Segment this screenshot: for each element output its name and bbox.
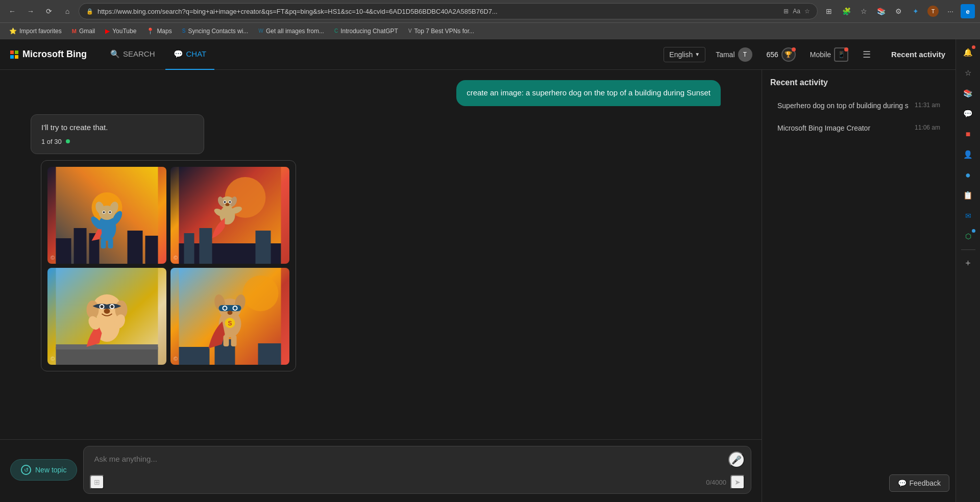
activity-item-2[interactable]: Microsoft Bing Image Creator 11:06 am: [770, 118, 947, 138]
activity-item-2-title: Microsoft Bing Image Creator: [777, 124, 870, 132]
new-topic-button[interactable]: ↺ New topic: [10, 459, 77, 481]
svg-rect-23: [200, 228, 212, 264]
language-selector[interactable]: English ▼: [664, 47, 705, 62]
edge-green-button[interactable]: ⬡: [959, 227, 977, 245]
app-layout: Microsoft Bing 🔍 SEARCH 💬 CHAT English ▼: [0, 39, 980, 502]
points-icon: 🏆: [781, 47, 796, 62]
search-icon: 🔍: [110, 49, 120, 59]
image-upload-button[interactable]: ⊞: [90, 475, 104, 489]
youtube-icon: ▶: [105, 28, 110, 35]
circle-blue-icon: ●: [965, 170, 971, 181]
generated-image-1[interactable]: ©: [47, 167, 166, 264]
microphone-button[interactable]: 🎤: [728, 451, 745, 468]
edge-favorites-button[interactable]: ☆: [959, 64, 977, 82]
bookmark-syncing-contacts[interactable]: S Syncing Contacts wi...: [178, 26, 253, 36]
browser-settings-button[interactable]: ⚙: [891, 4, 905, 18]
address-bar[interactable]: 🔒 https://www.bing.com/search?q=bing+ai+…: [79, 3, 818, 19]
syncing-icon: S: [182, 28, 186, 34]
edge-circle-blue-button[interactable]: ●: [959, 166, 977, 184]
favorites-button[interactable]: ☆: [856, 4, 871, 18]
recent-activity-title: Recent activity: [891, 50, 945, 59]
svg-rect-22: [184, 233, 194, 264]
edge-apps-red-button[interactable]: ■: [959, 125, 977, 143]
svg-text:S: S: [228, 320, 232, 327]
back-button[interactable]: ←: [5, 4, 19, 18]
outlook-icon: ✉: [965, 212, 971, 220]
profile-picture-button[interactable]: T: [926, 4, 940, 18]
generated-image-4[interactable]: S ©: [170, 268, 289, 365]
generated-image-3[interactable]: ©: [47, 268, 166, 365]
refresh-button[interactable]: ⟳: [42, 4, 56, 18]
tab-chat[interactable]: 💬 CHAT: [165, 39, 215, 70]
user-message-text: create an image: a superhero dog on the …: [467, 88, 710, 97]
bookmark-gmail[interactable]: M Gmail: [68, 26, 100, 36]
content-wrapper: create an image: a superhero dog on the …: [0, 70, 955, 502]
points-notification-dot: [792, 47, 796, 52]
wordpress-icon: W: [258, 28, 263, 34]
collections-button[interactable]: 📚: [874, 4, 888, 18]
char-count: 0/4000: [706, 479, 726, 486]
mobile-notification-dot: [844, 47, 848, 52]
activity-item-1[interactable]: Superhero dog on top of building during …: [770, 95, 947, 116]
svg-rect-13: [101, 238, 106, 248]
image-counter: 1 of 30: [41, 138, 62, 145]
send-button[interactable]: ➤: [730, 475, 745, 489]
header-actions: English ▼ Tamal T 656 🏆 Mobile: [664, 45, 945, 64]
edge-icon-button[interactable]: e: [961, 4, 975, 18]
activity-item-1-row: Superhero dog on top of building during …: [777, 102, 940, 110]
collections-icon: 📚: [963, 89, 973, 98]
edge-notifications-button[interactable]: 🔔: [959, 43, 977, 62]
edge-copilot-button[interactable]: ✦: [909, 4, 923, 18]
bot-message-card: I'll try to create that. 1 of 30: [31, 114, 204, 154]
notifications-badge: [972, 45, 975, 49]
generated-image-2[interactable]: ©: [170, 167, 289, 264]
tab-search[interactable]: 🔍 SEARCH: [102, 39, 163, 70]
image-2-overlay: ©: [174, 255, 178, 261]
message-input[interactable]: [90, 448, 728, 471]
bookmark-youtube[interactable]: ▶ YouTube: [101, 26, 140, 36]
user-profile-button[interactable]: Tamal T: [712, 45, 756, 64]
image-1-overlay: ©: [51, 255, 55, 261]
more-options-button[interactable]: ···: [943, 4, 958, 18]
user-message: create an image: a superhero dog on the …: [20, 80, 741, 106]
edge-clipboard-button[interactable]: 📋: [959, 186, 977, 205]
bookmark-import-favorites[interactable]: ⭐ Import favorites: [5, 26, 66, 36]
input-field-top: 🎤: [84, 446, 751, 473]
activity-item-2-time: 11:06 am: [915, 124, 940, 131]
edge-chat-button[interactable]: 💬: [959, 105, 977, 123]
svg-point-17: [103, 211, 105, 213]
input-field-container: 🎤 ⊞ 0/4000 ➤: [83, 446, 751, 494]
nav-tabs: 🔍 SEARCH 💬 CHAT: [102, 39, 214, 70]
svg-rect-6: [145, 236, 158, 264]
bing-logo-text: Microsoft Bing: [22, 49, 87, 60]
feedback-button[interactable]: 💬 Feedback: [889, 474, 949, 492]
input-bar: ↺ New topic 🎤 ⊞ 0/4000: [0, 439, 762, 502]
new-topic-icon: ↺: [21, 465, 31, 475]
tab-manager-button[interactable]: ⊞: [822, 4, 836, 18]
points-button[interactable]: 656 🏆: [763, 45, 800, 64]
edge-profile-button[interactable]: 👤: [959, 145, 977, 164]
chevron-down-icon: ▼: [695, 52, 700, 57]
bookmark-maps[interactable]: 📍 Maps: [142, 26, 176, 36]
mobile-label: Mobile: [810, 51, 831, 59]
edge-outlook-button[interactable]: ✉: [959, 207, 977, 225]
bookmark-chatgpt[interactable]: C Introducing ChatGPT: [330, 26, 402, 36]
hamburger-button[interactable]: ☰: [859, 46, 875, 63]
edge-collections-button[interactable]: 📚: [959, 84, 977, 103]
bookmark-get-images[interactable]: W Get all images from...: [254, 26, 328, 36]
add-icon: +: [965, 258, 971, 269]
svg-rect-38: [56, 344, 158, 349]
star-icon-edge: ☆: [965, 68, 971, 78]
svg-point-63: [234, 307, 237, 310]
svg-rect-66: [224, 335, 229, 346]
bookmark-vpn[interactable]: V Top 7 Best VPNs for...: [404, 26, 478, 36]
browser-extensions-button[interactable]: 🧩: [839, 4, 853, 18]
vpn-icon: V: [408, 28, 412, 34]
chat-edge-icon: 💬: [963, 109, 973, 118]
svg-point-68: [228, 311, 233, 315]
forward-button[interactable]: →: [23, 4, 38, 18]
mobile-button[interactable]: Mobile 📱: [806, 45, 852, 64]
bing-logo[interactable]: Microsoft Bing: [10, 49, 87, 60]
home-button[interactable]: ⌂: [60, 4, 75, 18]
edge-add-button[interactable]: +: [959, 254, 977, 272]
